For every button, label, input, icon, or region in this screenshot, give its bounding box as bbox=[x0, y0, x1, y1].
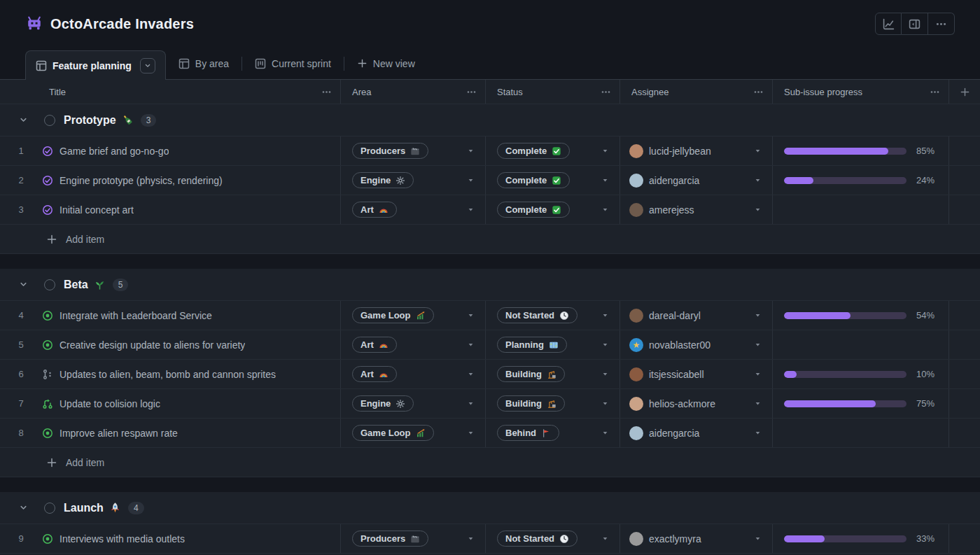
status-cell[interactable]: Complete bbox=[486, 136, 620, 165]
issue-title[interactable]: Updates to alien, beam, bomb and cannon … bbox=[59, 369, 276, 380]
area-cell[interactable]: Game Loop bbox=[341, 301, 486, 330]
area-cell[interactable]: Art bbox=[341, 195, 486, 224]
column-menu-icon[interactable] bbox=[466, 87, 477, 97]
issue-title[interactable]: Improve alien respawn rate bbox=[59, 428, 178, 439]
chevron-down-icon[interactable] bbox=[601, 370, 610, 379]
add-item-button[interactable]: Add item bbox=[0, 225, 980, 254]
assignee-cell[interactable]: itsjessicabell bbox=[620, 360, 773, 388]
tab-current-sprint[interactable]: Current sprint bbox=[242, 48, 344, 79]
new-view-button[interactable]: New view bbox=[344, 48, 428, 79]
chevron-down-icon[interactable] bbox=[753, 340, 762, 349]
area-cell[interactable]: Engine bbox=[341, 389, 486, 418]
avatar bbox=[629, 532, 643, 546]
status-cell[interactable]: Planning bbox=[486, 330, 620, 359]
chevron-down-icon[interactable] bbox=[601, 399, 610, 408]
collapse-chevron-icon[interactable] bbox=[18, 503, 29, 513]
assignee-cell[interactable]: dareal-daryl bbox=[620, 301, 773, 330]
empty-cell bbox=[949, 330, 980, 359]
avatar bbox=[629, 144, 643, 158]
status-cell[interactable]: Behind bbox=[486, 419, 620, 447]
more-options-button[interactable] bbox=[928, 13, 955, 35]
issue-title[interactable]: Update to colision logic bbox=[59, 398, 160, 409]
chevron-down-icon[interactable] bbox=[466, 370, 475, 379]
group-name: Beta bbox=[64, 279, 88, 291]
chevron-down-icon[interactable] bbox=[753, 176, 762, 185]
issue-title[interactable]: Initial concept art bbox=[59, 204, 134, 216]
chevron-down-icon[interactable] bbox=[466, 311, 475, 320]
status-cell[interactable]: Not Started bbox=[486, 301, 620, 330]
table-row: 6Updates to alien, beam, bomb and cannon… bbox=[0, 360, 980, 389]
assignee-cell[interactable]: amerejess bbox=[620, 195, 773, 224]
status-cell[interactable]: Complete bbox=[486, 166, 620, 195]
chevron-down-icon[interactable] bbox=[466, 205, 475, 214]
column-assignee[interactable]: Assignee bbox=[620, 80, 773, 104]
chevron-down-icon[interactable] bbox=[466, 534, 475, 543]
chevron-down-icon[interactable] bbox=[601, 205, 610, 214]
column-menu-icon[interactable] bbox=[753, 87, 764, 97]
chevron-down-icon[interactable] bbox=[753, 370, 762, 379]
progress-percent: 54% bbox=[916, 310, 934, 321]
assignee-cell[interactable]: lucid-jellybean bbox=[620, 136, 773, 165]
insights-button[interactable] bbox=[875, 13, 902, 35]
assignee-cell[interactable]: helios-ackmore bbox=[620, 389, 773, 418]
chevron-down-icon[interactable] bbox=[466, 428, 475, 437]
chevron-down-icon[interactable] bbox=[466, 176, 475, 185]
chevron-down-icon[interactable] bbox=[753, 428, 762, 437]
progress-cell: 33% bbox=[773, 524, 949, 553]
status-cell[interactable]: Not Started bbox=[486, 524, 620, 553]
chevron-down-icon[interactable] bbox=[601, 534, 610, 543]
table-row: 1Game brief and go-no-go Producers Compl… bbox=[0, 136, 980, 166]
area-cell[interactable]: Art bbox=[341, 330, 486, 359]
view-options-button[interactable] bbox=[140, 58, 155, 73]
column-sub-issue-progress[interactable]: Sub-issue progress bbox=[773, 80, 949, 104]
chevron-down-icon[interactable] bbox=[466, 399, 475, 408]
chevron-down-icon[interactable] bbox=[466, 340, 475, 349]
chevron-down-icon[interactable] bbox=[753, 534, 762, 543]
table-icon bbox=[178, 58, 190, 69]
side-panel-button[interactable] bbox=[902, 13, 928, 35]
issue-title[interactable]: Integrate with Leaderboard Service bbox=[59, 310, 212, 321]
assignee-cell[interactable]: aidengarcia bbox=[620, 166, 773, 195]
issue-title[interactable]: Engine prototype (physics, rendering) bbox=[59, 175, 223, 186]
column-title[interactable]: Title bbox=[0, 80, 341, 104]
tab-by-area[interactable]: By area bbox=[166, 48, 241, 79]
issue-title[interactable]: Game brief and go-no-go bbox=[59, 146, 169, 157]
chevron-down-icon[interactable] bbox=[601, 340, 610, 349]
column-area[interactable]: Area bbox=[341, 80, 486, 104]
avatar bbox=[629, 426, 643, 440]
chevron-down-icon[interactable] bbox=[601, 311, 610, 320]
area-cell[interactable]: Art bbox=[341, 360, 486, 388]
status-cell[interactable]: Building bbox=[486, 360, 620, 388]
issue-title[interactable]: Interviews with media outlets bbox=[59, 533, 185, 545]
chevron-down-icon[interactable] bbox=[601, 176, 610, 185]
chevron-down-icon[interactable] bbox=[753, 205, 762, 214]
collapse-chevron-icon[interactable] bbox=[18, 115, 29, 125]
area-cell[interactable]: Engine bbox=[341, 166, 486, 195]
area-cell[interactable]: Producers bbox=[341, 524, 486, 553]
chevron-down-icon[interactable] bbox=[601, 146, 610, 155]
chevron-down-icon[interactable] bbox=[753, 146, 762, 155]
column-menu-icon[interactable] bbox=[321, 87, 332, 97]
assignee-cell[interactable]: aidengarcia bbox=[620, 419, 773, 447]
collapse-chevron-icon[interactable] bbox=[18, 279, 29, 290]
chevron-down-icon[interactable] bbox=[753, 399, 762, 408]
column-menu-icon[interactable] bbox=[601, 87, 611, 97]
status-cell[interactable]: Complete bbox=[486, 195, 620, 224]
chevron-down-icon[interactable] bbox=[466, 146, 475, 155]
area-cell[interactable]: Game Loop bbox=[341, 419, 486, 447]
add-item-button[interactable]: Add item bbox=[0, 448, 980, 477]
assignee-cell[interactable]: exactlymyra bbox=[620, 524, 773, 553]
column-menu-icon[interactable] bbox=[930, 87, 940, 97]
status-cell[interactable]: Building bbox=[486, 389, 620, 418]
area-cell[interactable]: Producers bbox=[341, 136, 486, 165]
issue-title[interactable]: Creative design update to aliens for var… bbox=[59, 339, 245, 351]
rainbow-emoji-icon bbox=[379, 370, 388, 379]
tab-feature-planning[interactable]: Feature planning bbox=[25, 50, 166, 80]
check-mark-emoji-icon bbox=[552, 205, 561, 215]
check-mark-emoji-icon bbox=[552, 176, 561, 185]
chevron-down-icon[interactable] bbox=[601, 428, 610, 437]
chevron-down-icon[interactable] bbox=[753, 311, 762, 320]
add-column-button[interactable] bbox=[949, 80, 980, 104]
assignee-cell[interactable]: ★novablaster00 bbox=[620, 330, 773, 359]
column-status[interactable]: Status bbox=[486, 80, 620, 104]
